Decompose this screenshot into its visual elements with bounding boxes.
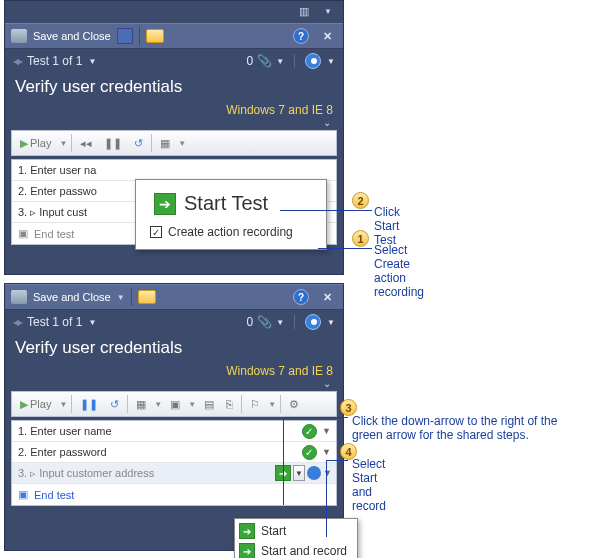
test-navigation: ◂▸ Test 1 of 1 ▼ 0 📎 ▼ ▼ [5, 49, 343, 73]
tool-button[interactable]: ▤ [200, 396, 218, 413]
reset-button[interactable]: ↺ [130, 135, 147, 152]
info-icon[interactable] [305, 53, 321, 69]
create-recording-checkbox[interactable]: ✓ [150, 226, 162, 238]
pass-icon[interactable] [302, 424, 317, 439]
info-icon[interactable] [305, 314, 321, 330]
test-title: Verify user credentials [5, 73, 343, 101]
start-arrow-icon [239, 543, 255, 558]
help-icon[interactable]: ? [293, 289, 309, 305]
tool-button[interactable]: ▣ [166, 396, 184, 413]
save-toolbar: Save and Close ? ✕ [5, 23, 343, 49]
attachment-count: 0 [246, 315, 253, 329]
dropdown-icon[interactable]: ▼ [322, 447, 336, 457]
start-test-button[interactable]: Start Test [184, 192, 268, 215]
save-icon[interactable] [117, 28, 133, 44]
config-label: Windows 7 and IE 8 [226, 364, 333, 378]
step-row: 2. Enter password ▼ [12, 442, 336, 463]
dropdown-icon[interactable]: ▼ [88, 57, 96, 66]
step-back-button[interactable]: ◂◂ [76, 135, 96, 152]
step-row: 1. Enter user na [12, 160, 336, 181]
nav-arrows[interactable]: ◂▸ [13, 54, 21, 68]
test-navigation: ◂▸ Test 1 of 1 ▼ 0 📎 ▼ ▼ [5, 310, 343, 334]
save-close-button[interactable]: Save and Close [33, 30, 111, 42]
capture-button[interactable]: ▦ [156, 135, 174, 152]
tool-button[interactable]: ⎘ [222, 396, 237, 412]
reset-button[interactable]: ↺ [106, 396, 123, 413]
shared-step-row: 3. ▹ Input customer address ▼ ▼ [12, 463, 336, 484]
dropdown-icon[interactable]: ▼ [276, 57, 284, 66]
help-icon[interactable]: ? [293, 28, 309, 44]
play-toolbar: ▶Play ▼ ◂◂ ❚❚ ↺ ▦ ▼ [11, 130, 337, 156]
pass-icon[interactable] [302, 445, 317, 460]
step-list: 1. Enter user name ▼ 2. Enter password ▼… [11, 420, 337, 506]
tool-icon[interactable] [11, 290, 27, 304]
pause-button[interactable]: ❚❚ [100, 135, 126, 152]
start-arrow-icon [239, 523, 255, 539]
end-test-link[interactable]: End test [28, 489, 336, 501]
pause-button[interactable]: ❚❚ [76, 396, 102, 413]
config-label: Windows 7 and IE 8 [226, 103, 333, 117]
open-icon[interactable] [146, 29, 164, 43]
test-position-label: Test 1 of 1 [27, 315, 82, 329]
tool-button[interactable]: ⚐ [246, 396, 264, 413]
attachment-count: 0 [246, 54, 253, 68]
expand-icon[interactable]: ⌄ [323, 378, 331, 389]
capture-button[interactable]: ▦ [132, 396, 150, 413]
shared-step-menu: Start Start and record [234, 518, 358, 558]
menu-start-and-record[interactable]: Start and record [235, 541, 357, 558]
paperclip-icon[interactable]: 📎 [257, 315, 272, 329]
end-test-row: ▣ End test [12, 484, 336, 505]
nav-arrows[interactable]: ◂▸ [13, 315, 21, 329]
start-arrow-icon [154, 193, 176, 215]
play-toolbar: ▶Play ▼ ❚❚ ↺ ▦ ▼ ▣ ▼ ▤ ⎘ ⚐ ▼ ⚙ [11, 391, 337, 417]
paperclip-icon[interactable]: 📎 [257, 54, 272, 68]
save-close-button[interactable]: Save and Close [33, 291, 111, 303]
test-position-label: Test 1 of 1 [27, 54, 82, 68]
dropdown-icon[interactable]: ▼ [327, 57, 335, 66]
layout-icon[interactable]: ▥ [295, 3, 313, 19]
close-icon[interactable]: ✕ [317, 288, 337, 306]
dropdown-icon[interactable]: ▼ [322, 426, 336, 436]
test-title: Verify user credentials [5, 334, 343, 362]
expand-icon[interactable]: ⌄ [323, 117, 331, 128]
info-icon[interactable] [307, 466, 321, 480]
close-icon[interactable]: ✕ [317, 27, 337, 45]
save-toolbar: Save and Close ▼ ? ✕ [5, 284, 343, 310]
test-runner-window-1: ▥ ▼ Save and Close ? ✕ ◂▸ Test 1 of 1 ▼ … [4, 0, 344, 275]
tool-icon[interactable] [11, 29, 27, 43]
shared-step-dropdown[interactable]: ▼ [293, 465, 305, 481]
create-recording-label: Create action recording [168, 225, 293, 239]
menu-start[interactable]: Start [235, 521, 357, 541]
open-icon[interactable] [138, 290, 156, 304]
caret-icon[interactable]: ▼ [319, 3, 337, 19]
tool-button[interactable]: ⚙ [285, 396, 303, 413]
play-button[interactable]: ▶Play [16, 135, 55, 152]
play-button[interactable]: ▶Play [16, 396, 55, 413]
step-row: 1. Enter user name ▼ [12, 421, 336, 442]
start-test-popup: Start Test ✓ Create action recording [135, 179, 327, 250]
